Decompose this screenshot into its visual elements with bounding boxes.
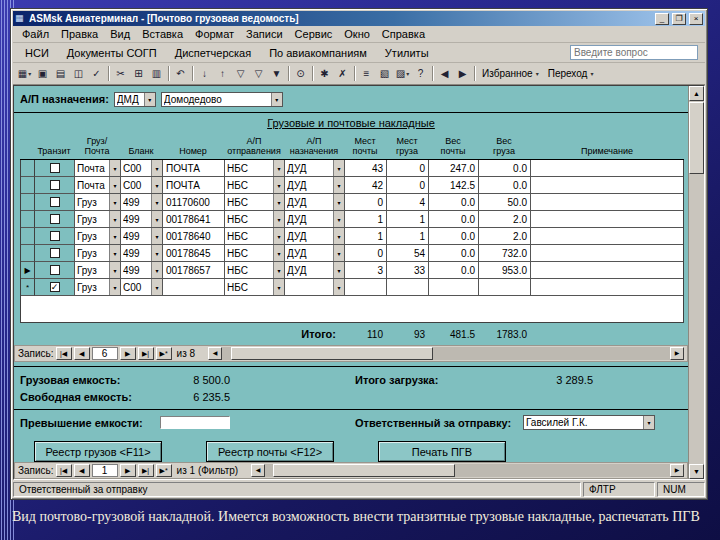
blank-combo[interactable]: 499▾ <box>121 262 163 279</box>
row-selector[interactable]: ▶ <box>21 262 35 279</box>
to-airport-combo[interactable]: ДУД▾ <box>285 262 345 279</box>
mest-gruza-cell[interactable]: 54 <box>387 245 429 262</box>
ves-pochty-cell[interactable]: 0.0 <box>429 228 479 245</box>
combo-arrow-icon[interactable]: ▾ <box>273 160 284 176</box>
combo-arrow-icon[interactable]: ▾ <box>273 211 284 227</box>
row-selector[interactable] <box>21 245 35 262</box>
ves-pochty-cell[interactable]: 0.0 <box>429 262 479 279</box>
forward-icon[interactable]: ▶ <box>454 65 471 82</box>
mest-pochty-cell[interactable] <box>345 279 387 296</box>
combo-arrow-icon[interactable]: ▾ <box>109 262 120 278</box>
to-airport-combo[interactable]: ДУД▾ <box>285 228 345 245</box>
minimize-button[interactable]: _ <box>655 13 669 25</box>
combo-arrow-icon[interactable]: ▾ <box>333 194 344 210</box>
row-selector[interactable] <box>21 160 35 177</box>
type-combo[interactable]: Груз▾ <box>75 262 121 279</box>
number-cell[interactable]: 00178657 <box>163 262 225 279</box>
from-airport-combo[interactable]: НБС▾ <box>225 160 285 177</box>
filter-by-form-icon[interactable]: ▽ <box>250 65 267 82</box>
new-record-icon[interactable]: ✱ <box>316 65 333 82</box>
from-airport-combo[interactable]: НБС▾ <box>225 177 285 194</box>
mest-gruza-cell[interactable]: 1 <box>387 228 429 245</box>
scrollbar-thumb[interactable] <box>273 464 455 477</box>
scroll-right-icon[interactable]: ▶ <box>670 347 684 360</box>
type-combo[interactable]: Почта▾ <box>75 177 121 194</box>
combo-arrow-icon[interactable]: ▾ <box>109 177 120 193</box>
type-combo[interactable]: Груз▾ <box>75 228 121 245</box>
row-selector[interactable]: * <box>21 279 35 296</box>
to-airport-combo[interactable]: ▾ <box>285 279 345 296</box>
menu-item-file[interactable]: Файл <box>16 27 55 41</box>
next-record-button[interactable]: ▶ <box>120 347 136 360</box>
question-search-input[interactable] <box>570 45 698 60</box>
filter-by-selection-icon[interactable]: ▽ <box>232 65 249 82</box>
horizontal-scrollbar[interactable]: ◀ ▶ <box>208 347 684 360</box>
new-record-button[interactable]: ▶* <box>156 347 172 360</box>
mest-pochty-cell[interactable]: 1 <box>345 228 387 245</box>
vertical-scrollbar[interactable]: ▲ ▼ <box>688 86 704 479</box>
combo-arrow-icon[interactable]: ▾ <box>333 262 344 278</box>
current-record-field[interactable]: 1 <box>92 464 118 477</box>
close-button[interactable]: × <box>689 13 703 25</box>
previous-record-button[interactable]: ◀ <box>74 347 90 360</box>
ves-gruza-cell[interactable]: 2.0 <box>479 228 531 245</box>
save-icon[interactable]: ▣ <box>34 65 51 82</box>
mest-gruza-cell[interactable]: 4 <box>387 194 429 211</box>
menu-item-utilities[interactable]: Утилиты <box>376 46 438 60</box>
destination-name-combo[interactable]: Домодедово ▾ <box>161 92 283 107</box>
menu-item-edit[interactable]: Правка <box>55 27 104 41</box>
new-object-icon[interactable]: ▨▾ <box>394 65 411 82</box>
menu-item-dispatch[interactable]: Диспетчерская <box>166 46 260 60</box>
sort-descending-icon[interactable]: ↑ <box>214 65 231 82</box>
first-record-button[interactable]: |◀ <box>56 464 72 477</box>
transit-checkbox[interactable]: ✓ <box>50 282 60 292</box>
scroll-down-icon[interactable]: ▼ <box>689 464 704 479</box>
find-icon[interactable]: ⊙ <box>292 65 309 82</box>
combo-arrow-icon[interactable]: ▾ <box>333 228 344 244</box>
ves-gruza-cell[interactable]: 50.0 <box>479 194 531 211</box>
transit-checkbox[interactable] <box>50 214 60 224</box>
back-icon[interactable]: ◀ <box>436 65 453 82</box>
mest-gruza-cell[interactable]: 1 <box>387 211 429 228</box>
combo-arrow-icon[interactable]: ▾ <box>109 245 120 261</box>
menu-item-records[interactable]: Записи <box>240 27 289 41</box>
scrollbar-track[interactable] <box>265 464 670 477</box>
combo-arrow-icon[interactable]: ▾ <box>273 262 284 278</box>
combo-arrow-icon[interactable]: ▾ <box>333 160 344 176</box>
mest-pochty-cell[interactable]: 3 <box>345 262 387 279</box>
type-combo[interactable]: Груз▾ <box>75 279 121 296</box>
from-airport-combo[interactable]: НБС▾ <box>225 228 285 245</box>
mest-gruza-cell[interactable]: 33 <box>387 262 429 279</box>
combo-arrow-icon[interactable]: ▾ <box>151 160 162 176</box>
type-combo[interactable]: Груз▾ <box>75 211 121 228</box>
to-airport-combo[interactable]: ДУД▾ <box>285 211 345 228</box>
combo-arrow-icon[interactable]: ▾ <box>151 211 162 227</box>
menu-item-tools[interactable]: Сервис <box>289 27 339 41</box>
scroll-left-icon[interactable]: ◀ <box>251 464 265 477</box>
combo-arrow-icon[interactable]: ▾ <box>273 245 284 261</box>
scroll-left-icon[interactable]: ◀ <box>208 347 222 360</box>
mest-pochty-cell[interactable]: 0 <box>345 194 387 211</box>
transit-checkbox[interactable] <box>50 231 60 241</box>
from-airport-combo[interactable]: НБС▾ <box>225 262 285 279</box>
mail-register-button[interactable]: Реестр почты <F12> <box>206 441 334 462</box>
number-cell[interactable]: 00178640 <box>163 228 225 245</box>
responsible-combo[interactable]: Гавсилей Г.К. ▾ <box>523 415 655 430</box>
database-window-icon[interactable]: ▧ <box>376 65 393 82</box>
number-cell[interactable]: ПОЧТА <box>163 160 225 177</box>
scrollbar-track[interactable] <box>222 347 670 360</box>
combo-arrow-icon[interactable]: ▾ <box>151 279 162 295</box>
help-icon[interactable]: ? <box>412 65 429 82</box>
number-cell[interactable]: 00178641 <box>163 211 225 228</box>
ves-gruza-cell[interactable]: 0.0 <box>479 160 531 177</box>
from-airport-combo[interactable]: НБС▾ <box>225 245 285 262</box>
last-record-button[interactable]: ▶| <box>138 347 154 360</box>
combo-arrow-icon[interactable]: ▾ <box>151 194 162 210</box>
to-airport-combo[interactable]: ДУД▾ <box>285 177 345 194</box>
ves-pochty-cell[interactable]: 0.0 <box>429 245 479 262</box>
to-airport-combo[interactable]: ДУД▾ <box>285 194 345 211</box>
menu-item-help[interactable]: Справка <box>376 27 431 41</box>
copy-icon[interactable]: ⊞ <box>130 65 147 82</box>
scrollbar-track[interactable] <box>689 101 704 464</box>
ves-gruza-cell[interactable]: 732.0 <box>479 245 531 262</box>
